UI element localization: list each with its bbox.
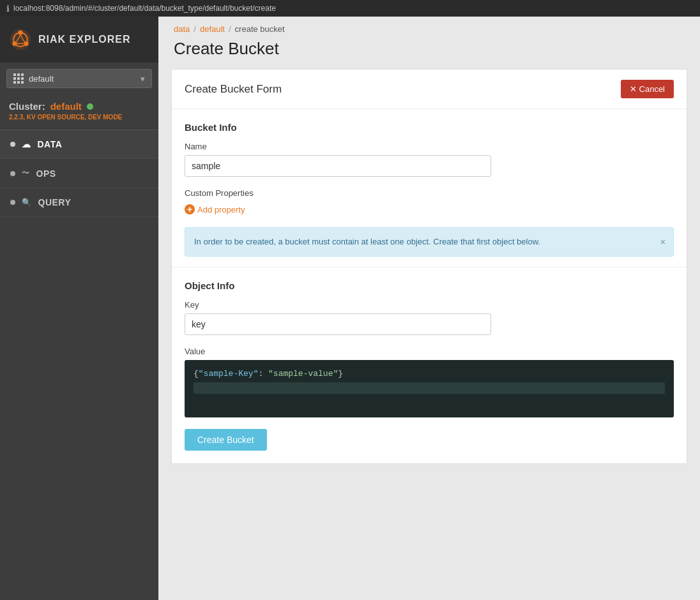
bullet-dot	[10, 142, 15, 147]
cursor-line	[194, 382, 665, 394]
url-bar: localhost:8098/admin/#/cluster/default/d…	[13, 4, 276, 13]
form-card-header: Create Bucket Form ✕ Cancel	[172, 70, 687, 109]
riak-logo	[9, 28, 32, 51]
value-editor[interactable]: {"sample-Key": "sample-value"}	[185, 360, 674, 417]
cluster-version: 2.2.3, KV OPEN SOURCE, DEV MODE	[9, 114, 149, 121]
search-icon: 🔍	[22, 198, 32, 207]
info-message-text: In order to be created, a bucket must co…	[194, 237, 540, 246]
add-property-link[interactable]: + Add property	[185, 204, 674, 214]
key-input[interactable]	[185, 313, 491, 335]
info-icon: ℹ	[6, 4, 10, 13]
cluster-prefix: Cluster:	[9, 101, 45, 112]
bucket-name-input[interactable]	[185, 155, 491, 177]
info-message: In order to be created, a bucket must co…	[185, 227, 674, 257]
bullet-dot-query	[10, 200, 15, 205]
add-prop-icon: +	[185, 204, 195, 214]
breadcrumb-data[interactable]: data	[174, 24, 190, 34]
chevron-down-icon: ▾	[141, 74, 145, 84]
json-value: "sample-value"	[268, 369, 338, 379]
sidebar-item-label-data: DATA	[38, 139, 63, 149]
bucket-info-title: Bucket Info	[185, 122, 674, 133]
close-brace: }	[338, 369, 343, 379]
json-key: "sample-Key"	[199, 369, 259, 379]
sidebar-header: RIAK EXPLORER	[0, 17, 158, 63]
svg-point-4	[12, 41, 17, 46]
breadcrumb-default[interactable]: default	[200, 24, 225, 34]
value-label: Value	[185, 347, 674, 356]
object-info-section: Object Info Key Value {"sample-Key": "sa…	[172, 267, 687, 463]
svg-point-2	[18, 31, 22, 35]
grid-icon	[13, 73, 24, 84]
sidebar-item-label-query: QUERY	[38, 197, 72, 207]
svg-point-3	[24, 41, 28, 46]
json-colon: :	[258, 369, 268, 379]
sidebar-item-data[interactable]: ☁ DATA	[0, 130, 158, 159]
sidebar-item-query[interactable]: 🔍 QUERY	[0, 188, 158, 217]
top-bar: ℹ localhost:8098/admin/#/cluster/default…	[0, 0, 700, 17]
breadcrumb-current: create bucket	[235, 24, 285, 34]
sidebar: RIAK EXPLORER default ▾	[0, 17, 158, 600]
cloud-icon: ☁	[22, 139, 31, 149]
name-label: Name	[185, 142, 674, 151]
content-area: data / default / create bucket Create Bu…	[158, 17, 700, 600]
add-property-label: Add property	[197, 205, 245, 214]
page-title: Create Bucket	[158, 36, 700, 69]
cancel-button[interactable]: ✕ Cancel	[621, 80, 674, 98]
create-bucket-button[interactable]: Create Bucket	[185, 429, 267, 451]
sidebar-item-ops[interactable]: 〜 OPS	[0, 159, 158, 188]
cluster-selector[interactable]: default ▾	[6, 69, 152, 88]
form-title: Create Bucket Form	[185, 83, 282, 96]
status-dot	[87, 103, 93, 110]
chart-icon: 〜	[22, 168, 30, 179]
breadcrumb: data / default / create bucket	[158, 17, 700, 36]
info-close-icon[interactable]: ×	[660, 235, 666, 248]
object-info-title: Object Info	[185, 280, 674, 291]
key-label: Key	[185, 300, 674, 310]
cluster-name: default	[50, 101, 82, 112]
cluster-selector-label: default	[29, 74, 54, 84]
sidebar-item-label-ops: OPS	[36, 169, 56, 179]
app-title: RIAK EXPLORER	[38, 34, 131, 45]
form-card: Create Bucket Form ✕ Cancel Bucket Info …	[171, 69, 687, 464]
cluster-info: Cluster: default 2.2.3, KV OPEN SOURCE, …	[0, 94, 158, 130]
bullet-dot-ops	[10, 171, 15, 176]
bucket-info-section: Bucket Info Name Custom Properties + Add…	[172, 109, 687, 227]
open-brace: {	[194, 369, 199, 379]
main-layout: RIAK EXPLORER default ▾	[0, 17, 700, 600]
custom-props-label: Custom Properties	[185, 188, 674, 198]
